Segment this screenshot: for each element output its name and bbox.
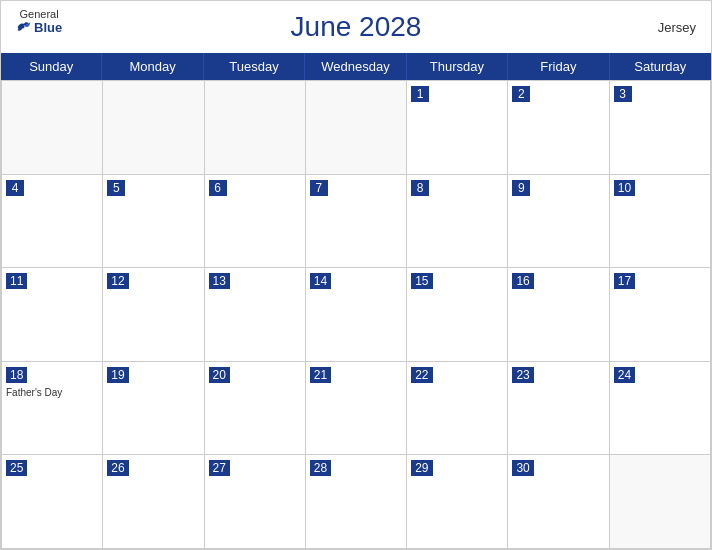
calendar-container: General Blue June 2028 Jersey Sunday Mon… <box>0 0 712 550</box>
calendar-cell: 2 <box>508 80 609 174</box>
calendar-cell: 14 <box>306 267 407 361</box>
calendar-cell: 8 <box>407 174 508 268</box>
calendar-cell <box>610 454 711 548</box>
day-header-thursday: Thursday <box>407 53 508 80</box>
calendar-cell: 28 <box>306 454 407 548</box>
cell-date-number: 20 <box>209 367 230 383</box>
cell-date-number: 12 <box>107 273 128 289</box>
cell-date-number: 11 <box>6 273 27 289</box>
day-header-wednesday: Wednesday <box>305 53 406 80</box>
cell-date-number: 13 <box>209 273 230 289</box>
calendar-cell: 15 <box>407 267 508 361</box>
cell-event: Father's Day <box>6 387 98 398</box>
calendar-cell: 17 <box>610 267 711 361</box>
calendar-cell: 30 <box>508 454 609 548</box>
calendar-cell: 1 <box>407 80 508 174</box>
calendar-cell: 7 <box>306 174 407 268</box>
calendar-cell: 13 <box>205 267 306 361</box>
calendar-cell <box>205 80 306 174</box>
cell-date-number: 9 <box>512 180 530 196</box>
calendar-cell: 18Father's Day <box>2 361 103 455</box>
cell-date-number: 1 <box>411 86 429 102</box>
cell-date-number: 14 <box>310 273 331 289</box>
logo-bird-icon <box>16 20 32 34</box>
cell-date-number: 17 <box>614 273 635 289</box>
cell-date-number: 6 <box>209 180 227 196</box>
calendar-cell: 6 <box>205 174 306 268</box>
cell-date-number: 5 <box>107 180 125 196</box>
month-title: June 2028 <box>291 11 422 43</box>
cell-date-number: 2 <box>512 86 530 102</box>
cell-date-number: 25 <box>6 460 27 476</box>
logo-area: General Blue <box>16 9 62 34</box>
day-headers: Sunday Monday Tuesday Wednesday Thursday… <box>1 53 711 80</box>
day-header-monday: Monday <box>102 53 203 80</box>
logo-general-text: General <box>20 9 59 20</box>
day-header-saturday: Saturday <box>610 53 711 80</box>
calendar-cell: 26 <box>103 454 204 548</box>
calendar-cell: 25 <box>2 454 103 548</box>
day-header-tuesday: Tuesday <box>204 53 305 80</box>
calendar-cell: 16 <box>508 267 609 361</box>
calendar-cell: 5 <box>103 174 204 268</box>
cell-date-number: 16 <box>512 273 533 289</box>
logo-blue-text: Blue <box>34 21 62 34</box>
calendar-header: General Blue June 2028 Jersey <box>1 1 711 53</box>
calendar-cell: 12 <box>103 267 204 361</box>
calendar-cell: 24 <box>610 361 711 455</box>
cell-date-number: 21 <box>310 367 331 383</box>
cell-date-number: 23 <box>512 367 533 383</box>
cell-date-number: 4 <box>6 180 24 196</box>
cell-date-number: 22 <box>411 367 432 383</box>
cell-date-number: 15 <box>411 273 432 289</box>
calendar-cell: 19 <box>103 361 204 455</box>
calendar-cell: 11 <box>2 267 103 361</box>
cell-date-number: 3 <box>614 86 632 102</box>
calendar-grid: 123456789101112131415161718Father's Day1… <box>1 80 711 549</box>
logo-blue-area: Blue <box>16 20 62 34</box>
day-header-friday: Friday <box>508 53 609 80</box>
cell-date-number: 19 <box>107 367 128 383</box>
calendar-cell <box>103 80 204 174</box>
cell-date-number: 28 <box>310 460 331 476</box>
cell-date-number: 18 <box>6 367 27 383</box>
cell-date-number: 29 <box>411 460 432 476</box>
calendar-cell: 3 <box>610 80 711 174</box>
calendar-cell: 4 <box>2 174 103 268</box>
calendar-cell <box>2 80 103 174</box>
cell-date-number: 27 <box>209 460 230 476</box>
cell-date-number: 10 <box>614 180 635 196</box>
calendar-cell: 9 <box>508 174 609 268</box>
calendar-cell: 23 <box>508 361 609 455</box>
cell-date-number: 8 <box>411 180 429 196</box>
cell-date-number: 24 <box>614 367 635 383</box>
region-label: Jersey <box>658 20 696 35</box>
calendar-cell: 29 <box>407 454 508 548</box>
calendar-cell: 20 <box>205 361 306 455</box>
cell-date-number: 7 <box>310 180 328 196</box>
calendar-cell: 27 <box>205 454 306 548</box>
cell-date-number: 30 <box>512 460 533 476</box>
cell-date-number: 26 <box>107 460 128 476</box>
calendar-cell <box>306 80 407 174</box>
calendar-cell: 10 <box>610 174 711 268</box>
calendar-cell: 22 <box>407 361 508 455</box>
day-header-sunday: Sunday <box>1 53 102 80</box>
calendar-cell: 21 <box>306 361 407 455</box>
